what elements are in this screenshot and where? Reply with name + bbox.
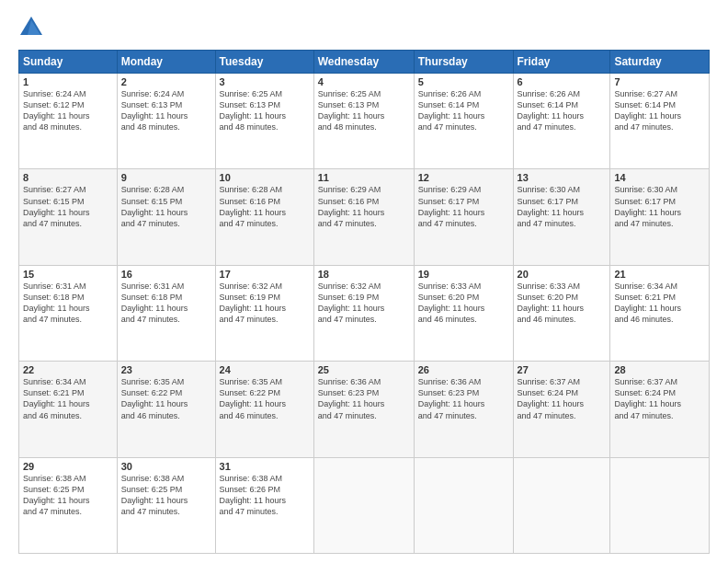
day-number: 14 bbox=[614, 172, 705, 183]
day-cell: 15Sunrise: 6:31 AM Sunset: 6:18 PM Dayli… bbox=[19, 265, 118, 361]
day-number: 12 bbox=[418, 172, 509, 183]
day-cell: 24Sunrise: 6:35 AM Sunset: 6:22 PM Dayli… bbox=[215, 362, 313, 457]
day-number: 13 bbox=[518, 172, 607, 183]
day-info: Sunrise: 6:38 AM Sunset: 6:25 PM Dayligh… bbox=[23, 473, 113, 518]
week-row-3: 15Sunrise: 6:31 AM Sunset: 6:18 PM Dayli… bbox=[19, 265, 710, 361]
day-info: Sunrise: 6:33 AM Sunset: 6:20 PM Dayligh… bbox=[518, 281, 607, 326]
day-info: Sunrise: 6:27 AM Sunset: 6:14 PM Dayligh… bbox=[614, 88, 705, 133]
header bbox=[18, 15, 710, 40]
day-cell: 14Sunrise: 6:30 AM Sunset: 6:17 PM Dayli… bbox=[610, 169, 710, 265]
header-cell-wednesday: Wednesday bbox=[313, 51, 414, 74]
header-cell-tuesday: Tuesday bbox=[215, 51, 313, 74]
day-number: 25 bbox=[318, 364, 410, 375]
day-cell bbox=[513, 457, 610, 553]
day-number: 11 bbox=[318, 172, 410, 183]
week-row-4: 22Sunrise: 6:34 AM Sunset: 6:21 PM Dayli… bbox=[19, 362, 710, 457]
logo-icon bbox=[18, 15, 44, 40]
day-cell: 8Sunrise: 6:27 AM Sunset: 6:15 PM Daylig… bbox=[19, 169, 118, 265]
day-info: Sunrise: 6:28 AM Sunset: 6:16 PM Dayligh… bbox=[220, 184, 310, 229]
day-number: 30 bbox=[121, 461, 211, 472]
day-cell: 22Sunrise: 6:34 AM Sunset: 6:21 PM Dayli… bbox=[19, 362, 118, 457]
day-info: Sunrise: 6:32 AM Sunset: 6:19 PM Dayligh… bbox=[220, 281, 310, 326]
day-number: 29 bbox=[23, 461, 113, 472]
day-info: Sunrise: 6:37 AM Sunset: 6:24 PM Dayligh… bbox=[614, 376, 705, 421]
header-cell-saturday: Saturday bbox=[610, 51, 710, 74]
day-number: 17 bbox=[220, 269, 310, 280]
day-cell: 4Sunrise: 6:25 AM Sunset: 6:13 PM Daylig… bbox=[313, 74, 414, 169]
day-info: Sunrise: 6:36 AM Sunset: 6:23 PM Dayligh… bbox=[418, 376, 509, 421]
calendar: SundayMondayTuesdayWednesdayThursdayFrid… bbox=[18, 50, 710, 554]
day-cell: 5Sunrise: 6:26 AM Sunset: 6:14 PM Daylig… bbox=[414, 74, 513, 169]
day-number: 23 bbox=[121, 364, 211, 375]
day-number: 8 bbox=[23, 172, 113, 183]
day-cell: 25Sunrise: 6:36 AM Sunset: 6:23 PM Dayli… bbox=[313, 362, 414, 457]
day-number: 24 bbox=[220, 364, 310, 375]
day-number: 28 bbox=[614, 364, 705, 375]
day-number: 16 bbox=[121, 269, 211, 280]
day-number: 27 bbox=[518, 364, 607, 375]
day-info: Sunrise: 6:32 AM Sunset: 6:19 PM Dayligh… bbox=[318, 281, 410, 326]
day-number: 6 bbox=[518, 76, 607, 87]
day-number: 31 bbox=[220, 461, 310, 472]
day-info: Sunrise: 6:30 AM Sunset: 6:17 PM Dayligh… bbox=[614, 184, 705, 229]
day-cell bbox=[414, 457, 513, 553]
day-info: Sunrise: 6:34 AM Sunset: 6:21 PM Dayligh… bbox=[614, 281, 705, 326]
day-info: Sunrise: 6:26 AM Sunset: 6:14 PM Dayligh… bbox=[418, 88, 509, 133]
logo bbox=[18, 15, 48, 40]
day-number: 3 bbox=[220, 76, 310, 87]
header-cell-thursday: Thursday bbox=[414, 51, 513, 74]
day-number: 21 bbox=[614, 269, 705, 280]
day-cell: 16Sunrise: 6:31 AM Sunset: 6:18 PM Dayli… bbox=[117, 265, 215, 361]
day-info: Sunrise: 6:26 AM Sunset: 6:14 PM Dayligh… bbox=[518, 88, 607, 133]
week-row-5: 29Sunrise: 6:38 AM Sunset: 6:25 PM Dayli… bbox=[19, 457, 710, 553]
day-number: 1 bbox=[23, 76, 113, 87]
day-number: 9 bbox=[121, 172, 211, 183]
day-info: Sunrise: 6:37 AM Sunset: 6:24 PM Dayligh… bbox=[518, 376, 607, 421]
day-number: 4 bbox=[318, 76, 410, 87]
day-number: 10 bbox=[220, 172, 310, 183]
day-number: 19 bbox=[418, 269, 509, 280]
day-cell: 12Sunrise: 6:29 AM Sunset: 6:17 PM Dayli… bbox=[414, 169, 513, 265]
day-cell: 20Sunrise: 6:33 AM Sunset: 6:20 PM Dayli… bbox=[513, 265, 610, 361]
day-cell: 2Sunrise: 6:24 AM Sunset: 6:13 PM Daylig… bbox=[117, 74, 215, 169]
day-info: Sunrise: 6:28 AM Sunset: 6:15 PM Dayligh… bbox=[121, 184, 211, 229]
day-cell: 19Sunrise: 6:33 AM Sunset: 6:20 PM Dayli… bbox=[414, 265, 513, 361]
day-cell: 28Sunrise: 6:37 AM Sunset: 6:24 PM Dayli… bbox=[610, 362, 710, 457]
day-number: 22 bbox=[23, 364, 113, 375]
day-info: Sunrise: 6:29 AM Sunset: 6:17 PM Dayligh… bbox=[418, 184, 509, 229]
day-info: Sunrise: 6:24 AM Sunset: 6:13 PM Dayligh… bbox=[121, 88, 211, 133]
day-number: 18 bbox=[318, 269, 410, 280]
day-info: Sunrise: 6:31 AM Sunset: 6:18 PM Dayligh… bbox=[121, 281, 211, 326]
header-cell-friday: Friday bbox=[513, 51, 610, 74]
week-row-2: 8Sunrise: 6:27 AM Sunset: 6:15 PM Daylig… bbox=[19, 169, 710, 265]
day-number: 2 bbox=[121, 76, 211, 87]
header-cell-monday: Monday bbox=[117, 51, 215, 74]
day-info: Sunrise: 6:38 AM Sunset: 6:26 PM Dayligh… bbox=[220, 473, 310, 518]
header-row: SundayMondayTuesdayWednesdayThursdayFrid… bbox=[19, 51, 710, 74]
day-info: Sunrise: 6:29 AM Sunset: 6:16 PM Dayligh… bbox=[318, 184, 410, 229]
day-info: Sunrise: 6:34 AM Sunset: 6:21 PM Dayligh… bbox=[23, 376, 113, 421]
day-number: 7 bbox=[614, 76, 705, 87]
day-cell: 17Sunrise: 6:32 AM Sunset: 6:19 PM Dayli… bbox=[215, 265, 313, 361]
day-cell: 21Sunrise: 6:34 AM Sunset: 6:21 PM Dayli… bbox=[610, 265, 710, 361]
day-cell: 13Sunrise: 6:30 AM Sunset: 6:17 PM Dayli… bbox=[513, 169, 610, 265]
day-cell: 9Sunrise: 6:28 AM Sunset: 6:15 PM Daylig… bbox=[117, 169, 215, 265]
day-info: Sunrise: 6:27 AM Sunset: 6:15 PM Dayligh… bbox=[23, 184, 113, 229]
day-info: Sunrise: 6:31 AM Sunset: 6:18 PM Dayligh… bbox=[23, 281, 113, 326]
day-cell: 29Sunrise: 6:38 AM Sunset: 6:25 PM Dayli… bbox=[19, 457, 118, 553]
day-cell: 6Sunrise: 6:26 AM Sunset: 6:14 PM Daylig… bbox=[513, 74, 610, 169]
day-cell: 27Sunrise: 6:37 AM Sunset: 6:24 PM Dayli… bbox=[513, 362, 610, 457]
day-cell: 31Sunrise: 6:38 AM Sunset: 6:26 PM Dayli… bbox=[215, 457, 313, 553]
day-info: Sunrise: 6:35 AM Sunset: 6:22 PM Dayligh… bbox=[121, 376, 211, 421]
day-cell: 23Sunrise: 6:35 AM Sunset: 6:22 PM Dayli… bbox=[117, 362, 215, 457]
page: SundayMondayTuesdayWednesdayThursdayFrid… bbox=[0, 0, 728, 563]
day-info: Sunrise: 6:35 AM Sunset: 6:22 PM Dayligh… bbox=[220, 376, 310, 421]
day-info: Sunrise: 6:24 AM Sunset: 6:12 PM Dayligh… bbox=[23, 88, 113, 133]
day-number: 15 bbox=[23, 269, 113, 280]
day-info: Sunrise: 6:36 AM Sunset: 6:23 PM Dayligh… bbox=[318, 376, 410, 421]
day-cell: 7Sunrise: 6:27 AM Sunset: 6:14 PM Daylig… bbox=[610, 74, 710, 169]
day-info: Sunrise: 6:30 AM Sunset: 6:17 PM Dayligh… bbox=[518, 184, 607, 229]
day-info: Sunrise: 6:25 AM Sunset: 6:13 PM Dayligh… bbox=[220, 88, 310, 133]
day-cell bbox=[313, 457, 414, 553]
day-number: 5 bbox=[418, 76, 509, 87]
